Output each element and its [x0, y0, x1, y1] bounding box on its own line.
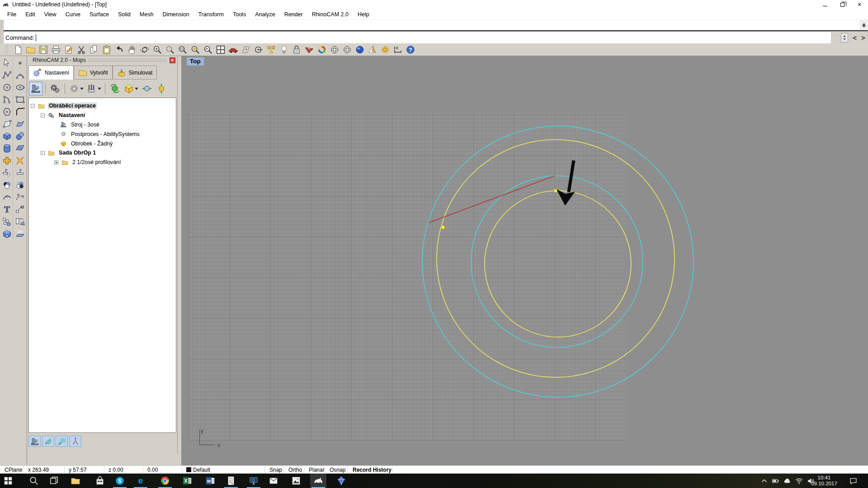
cut-icon[interactable] [76, 45, 86, 55]
toggle-planar[interactable]: Planar [309, 467, 325, 473]
tree-expander[interactable]: - [31, 104, 35, 108]
options-icon[interactable] [380, 45, 390, 55]
toolbar-grip[interactable] [5, 45, 8, 54]
status-layer[interactable]: Default [193, 467, 210, 473]
menu-tools[interactable]: Tools [228, 11, 250, 18]
curve-point-marker[interactable] [442, 226, 445, 229]
curve-icon[interactable] [15, 70, 25, 80]
simulate-stock-button[interactable] [28, 436, 41, 447]
edit-solid-icon[interactable] [2, 229, 12, 239]
edge-button[interactable] [132, 474, 149, 488]
trim-icon[interactable] [2, 168, 12, 178]
next-command-icon[interactable]: > [861, 34, 865, 42]
start-button[interactable] [0, 474, 16, 488]
adjust-curve-icon[interactable] [2, 192, 12, 202]
fillet-icon[interactable] [15, 107, 25, 117]
box-icon[interactable] [2, 131, 12, 141]
machine-setup-button[interactable] [29, 82, 42, 95]
battery-button[interactable] [769, 474, 781, 488]
menu-view[interactable]: View [40, 11, 61, 18]
analyze-direction-icon[interactable] [304, 45, 314, 55]
edit-properties-icon[interactable] [64, 45, 74, 55]
excel-button[interactable] [179, 474, 195, 488]
pan-icon[interactable] [127, 45, 137, 55]
simulate-machine-button[interactable] [42, 436, 54, 447]
menu-transform[interactable]: Transform [193, 11, 228, 18]
rectangle-icon[interactable] [15, 94, 25, 105]
history-scroll-icon[interactable] [860, 20, 868, 30]
drawing-circle[interactable] [437, 140, 675, 377]
menu-dimension[interactable]: Dimension [158, 11, 193, 18]
zoom-window-icon[interactable] [178, 45, 188, 55]
action-center-button[interactable] [846, 474, 860, 488]
surface-from-points-icon[interactable] [2, 119, 12, 129]
toggle-record-history[interactable]: Record History [353, 467, 392, 473]
tree-label[interactable]: Stroj - 3osé [70, 122, 100, 128]
dimension-icon[interactable] [393, 45, 403, 55]
search-button[interactable] [26, 474, 42, 488]
arc-icon[interactable] [2, 94, 12, 105]
minimize-button[interactable] [816, 0, 834, 9]
menu-surface[interactable]: Surface [85, 11, 113, 18]
group-objects-icon[interactable] [266, 45, 276, 55]
layer-color-swatch[interactable] [186, 467, 191, 472]
toggle-snap[interactable]: Snap [269, 467, 282, 473]
save-icon[interactable] [38, 45, 48, 55]
menu-file[interactable]: File [3, 11, 21, 18]
curved-surface-icon[interactable] [15, 119, 25, 129]
value-spinner-icon[interactable] [841, 33, 848, 42]
toolpath-info-button[interactable] [69, 436, 81, 447]
extrude-icon[interactable] [15, 229, 25, 239]
drawing-circle[interactable] [485, 191, 631, 337]
tree-row[interactable]: + 2 1/2osé profilování [29, 158, 176, 167]
tab-vytvorit[interactable]: Vytvořit [74, 66, 113, 80]
print-icon[interactable] [51, 45, 61, 55]
menu-curve[interactable]: Curve [61, 11, 85, 18]
tree-label[interactable]: Obráběcí operace [48, 103, 97, 109]
lock-objects-icon[interactable] [292, 45, 302, 55]
boolean-difference-icon[interactable] [15, 180, 25, 190]
select-icon[interactable] [2, 58, 12, 68]
tree-label[interactable]: Nastavení [58, 112, 86, 118]
drawing-circle[interactable] [471, 176, 643, 347]
restore-button[interactable] [834, 0, 851, 9]
menu-help[interactable]: Help [353, 11, 374, 18]
file-explorer-button[interactable] [67, 474, 84, 488]
tool-library-button[interactable] [85, 82, 102, 95]
surface-patch-icon[interactable] [15, 143, 25, 154]
boolean-union-icon[interactable] [2, 180, 12, 190]
rebuild-curve-icon[interactable] [15, 192, 25, 202]
store-button[interactable] [92, 474, 108, 488]
menu-render[interactable]: Render [280, 11, 307, 18]
generate-options-button[interactable] [68, 82, 85, 95]
polygon-icon[interactable] [2, 107, 12, 117]
tab-nastaveni[interactable]: Nastavení [28, 66, 74, 80]
tree-row[interactable]: Postproces - AbilitySystems [29, 129, 176, 139]
calculator-button[interactable] [223, 474, 239, 488]
cplane-icon[interactable] [254, 45, 264, 55]
photos-button[interactable] [288, 474, 304, 488]
zoom-previous-icon[interactable] [203, 45, 213, 55]
prev-command-icon[interactable]: < [853, 34, 857, 42]
background-map-icon[interactable] [241, 45, 251, 55]
annotation-arrow-shaft[interactable] [569, 160, 574, 192]
tree-row[interactable]: - Nastavení [29, 111, 176, 120]
rendered-view-icon[interactable] [355, 45, 365, 55]
open-file-icon[interactable] [26, 45, 36, 55]
tree-expander[interactable]: - [41, 151, 45, 155]
viewport-top[interactable]: Top y x [181, 56, 868, 465]
copy-icon[interactable] [89, 45, 99, 55]
tree-row[interactable]: Obrobek - Žádný [29, 139, 176, 148]
zoom-in-out-icon[interactable] [152, 45, 162, 55]
menu-mesh[interactable]: Mesh [135, 11, 158, 18]
simulation-compare-button[interactable] [56, 436, 68, 447]
stock-box-button[interactable] [123, 82, 139, 95]
skype-button[interactable] [112, 474, 128, 488]
tree-label[interactable]: Postproces - AbilitySystems [70, 131, 141, 137]
menu-analyze[interactable]: Analyze [250, 11, 279, 18]
rotate-view-icon[interactable] [140, 45, 150, 55]
stock-align-button[interactable] [155, 82, 168, 95]
command-history[interactable] [4, 20, 868, 31]
chrome-button[interactable] [157, 474, 173, 488]
mail-button[interactable] [265, 474, 282, 488]
